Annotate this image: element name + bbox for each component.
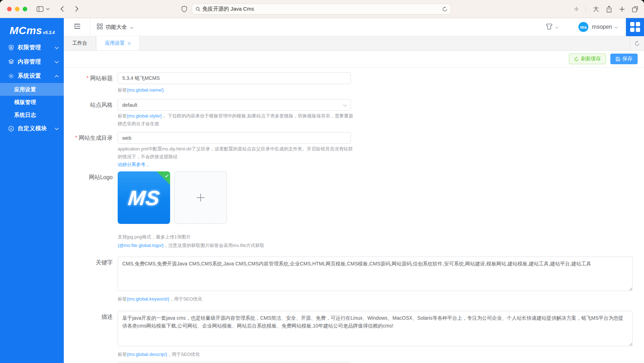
gear-icon — [8, 73, 15, 79]
chevron-up-icon — [55, 73, 59, 79]
keywords-help: 标签{ms:global.keyword/}，用于SEO优化 — [118, 295, 644, 303]
template-tag: {ms:global.style/} — [127, 113, 162, 119]
feature-menu[interactable]: 功能大全 — [97, 23, 134, 31]
site-title-help: 标签{ms:global.name/} — [118, 86, 356, 94]
browser-window: 免疫开源的 Java Cms 小 大 MCms v5.3.4 — [0, 0, 644, 363]
forward-button[interactable] — [75, 6, 79, 12]
save-icon — [616, 57, 620, 61]
chevron-down-icon — [343, 102, 347, 108]
tab-label: 应用设置 — [105, 40, 125, 46]
chevron-down-icon[interactable] — [46, 8, 50, 10]
refresh-cache-button[interactable]: 刷新缓存 — [569, 54, 606, 64]
site-title-input[interactable] — [118, 72, 351, 84]
sidebar-subitem-label: 模版管理 — [14, 99, 36, 106]
site-logo-label: 网站Logo — [64, 171, 118, 257]
template-tag: {ms:global.keyword/} — [127, 296, 169, 302]
reload-icon[interactable] — [442, 6, 447, 12]
required-mark: * — [75, 135, 77, 141]
description-textarea[interactable]: 基于java开发的一套java cms，也是轻量级开源内容管理系统，CMS简洁、… — [118, 311, 633, 346]
required-mark: * — [86, 75, 89, 81]
share-icon[interactable] — [606, 6, 612, 13]
tab-app-settings[interactable]: 应用设置 — [96, 36, 140, 50]
sidebar-subitem-label: 系统日志 — [14, 112, 36, 119]
site-style-label: 站点风格 — [64, 99, 118, 132]
form-row-site-title: *网站标题 标签{ms:global.name/} — [64, 72, 644, 99]
static-separation-link[interactable]: 动静分离参考， — [118, 162, 150, 167]
decrease-text-size-button[interactable]: 小 — [574, 6, 578, 12]
chevron-down-icon[interactable] — [614, 24, 618, 30]
sidebar-item-label: 内容管理 — [18, 58, 55, 66]
form-row-site-logo: 网站Logo MS — [64, 171, 644, 257]
increase-text-size-button[interactable]: 大 — [593, 5, 599, 13]
keywords-label: 关键字 — [64, 257, 118, 311]
site-logo-help: 支持jpg,png格式，最多上传1张图片 — [118, 233, 356, 241]
tab-overview-icon[interactable] — [632, 6, 638, 12]
description-label: 描述 — [64, 311, 118, 362]
save-button[interactable]: 保存 — [610, 54, 638, 64]
site-style-value: default — [122, 102, 137, 108]
plus-icon — [195, 192, 206, 203]
site-style-help: 标签{ms:global.style/}， 下拉框的内容来自于模板管理中的模板,… — [118, 112, 356, 128]
refresh-icon — [574, 57, 579, 61]
address-bar-text: 免疫开源的 Java Cms — [202, 6, 254, 12]
gen-dir-input[interactable] — [118, 132, 351, 144]
tshirt-icon — [545, 23, 553, 31]
form-row-gen-dir: *网站生成目录 application.yml中配置ms.diy.html-di… — [64, 132, 644, 171]
sidebar-item-custom-modules[interactable]: 自定义模块 — [0, 121, 64, 136]
collapse-sidebar-icon[interactable] — [74, 23, 81, 31]
feature-menu-label: 功能大全 — [106, 24, 127, 31]
page-toolbar: 刷新缓存 保存 — [64, 51, 644, 67]
sidebar-item-label: 系统设置 — [18, 72, 55, 80]
user-shield-icon — [8, 44, 15, 51]
back-button[interactable] — [60, 6, 64, 12]
uploaded-logo-image[interactable]: MS — [118, 171, 170, 224]
tab-bar: 工作台 应用设置 — [64, 36, 644, 51]
new-tab-icon[interactable] — [619, 6, 625, 12]
template-tag: {ms:global.descrip/} — [127, 352, 167, 357]
sidebar-item-template-management[interactable]: 模版管理 — [0, 96, 64, 109]
privacy-shield-icon[interactable] — [181, 6, 187, 12]
chevron-down-icon — [55, 44, 59, 51]
close-icon[interactable] — [128, 42, 131, 45]
zoom-window-button[interactable] — [23, 7, 27, 11]
sidebar-item-permissions[interactable]: 权限管理 — [0, 40, 64, 55]
grid-icon — [630, 22, 640, 32]
close-window-button[interactable] — [7, 7, 12, 11]
keywords-textarea[interactable]: CMS,免费CMS,免费开源Java CMS,CMS系统,Java CMS,CM… — [118, 257, 633, 291]
sidebar-item-system-log[interactable]: 系统日志 — [0, 109, 64, 121]
gen-dir-label: *网站生成目录 — [64, 132, 118, 171]
browser-sidebar-icon[interactable] — [37, 6, 44, 12]
theme-selector[interactable] — [545, 23, 559, 31]
tab-workbench[interactable]: 工作台 — [64, 36, 96, 50]
grid-menu-icon — [97, 23, 103, 31]
address-bar[interactable]: 免疫开源的 Java Cms — [192, 4, 451, 15]
sidebar-item-label: 自定义模块 — [18, 125, 55, 132]
app-version: v5.3.4 — [43, 30, 55, 35]
app-logo: MCms v5.3.4 — [0, 18, 64, 38]
divider — [586, 6, 586, 12]
username[interactable]: msopen — [592, 24, 612, 30]
refresh-tabs-button[interactable] — [629, 36, 644, 50]
browser-chrome: 免疫开源的 Java Cms 小 大 — [0, 0, 644, 18]
check-icon — [165, 172, 169, 179]
form-row-site-style: 站点风格 default 标签{ms:global.style/}， 下拉框的内… — [64, 99, 644, 132]
app-logo-text: MCms — [10, 24, 42, 37]
user-avatar[interactable]: ms — [578, 22, 588, 32]
sidebar-item-system-settings[interactable]: 系统设置 — [0, 69, 64, 83]
tab-label: 工作台 — [72, 40, 87, 46]
sidebar-submenu: 应用设置 模版管理 系统日志 — [0, 83, 64, 121]
minimize-window-button[interactable] — [15, 7, 19, 11]
apps-grid-button[interactable] — [626, 18, 644, 36]
sidebar-item-app-settings[interactable]: 应用设置 — [0, 83, 64, 96]
chevron-down-icon — [555, 24, 559, 30]
divider — [90, 18, 90, 36]
search-icon — [196, 7, 200, 11]
site-style-select[interactable]: default — [118, 99, 351, 111]
upload-logo-button[interactable] — [174, 171, 227, 224]
chevron-down-icon — [55, 59, 59, 65]
sidebar-item-content[interactable]: 内容管理 — [0, 55, 64, 69]
traffic-lights — [7, 7, 27, 11]
page-content: 刷新缓存 保存 *网站标题 — [64, 51, 644, 363]
sidebar-nav: 权限管理 内容管理 — [0, 40, 64, 136]
sidebar-subitem-label: 应用设置 — [14, 86, 36, 93]
